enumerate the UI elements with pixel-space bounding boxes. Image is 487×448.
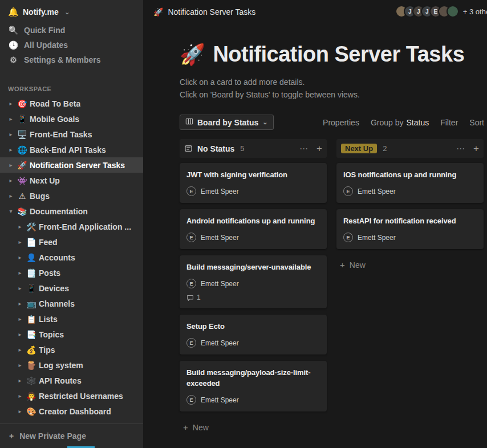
tools-icon: 🛠️ (25, 222, 38, 231)
sidebar-item-all-updates[interactable]: 🕓 All Updates (0, 38, 143, 52)
new-private-page-label: New Private Page (19, 431, 86, 441)
sidebar-page-documentation[interactable]: ▾ 📚 Documentation (0, 203, 143, 219)
workspace-name: Notify.me (23, 7, 59, 17)
sidebar-page-topics[interactable]: ▸ 📑 Topics (0, 327, 143, 342)
expand-caret-icon[interactable]: ▸ (15, 316, 25, 322)
column-title: No Status (197, 144, 234, 153)
new-card-button[interactable]: + New (180, 418, 327, 437)
column-add-card-button[interactable]: + (473, 143, 479, 154)
expand-caret-icon[interactable]: ▸ (6, 100, 16, 107)
column-header[interactable]: No Status 5 ⋯ + (180, 139, 327, 158)
new-private-page-button[interactable]: + New Private Page (0, 423, 143, 448)
toolbar-menu: Properties Group byStatus Filter Sort (323, 118, 484, 127)
column-more-button[interactable]: ⋯ (456, 144, 465, 154)
sidebar-page-accounts[interactable]: ▸ 👤 Accounts (0, 250, 143, 265)
sidebar-page-creator-dashboard[interactable]: ▸ 🎨 Creator Dashboard (0, 404, 143, 419)
board-card[interactable]: Android notifications up and running E E… (180, 209, 327, 249)
search-icon: 🔍 (8, 26, 19, 35)
sidebar-page-api-routes[interactable]: ▸ 🕸️ API Routes (0, 373, 143, 388)
plus-icon: + (183, 422, 188, 432)
page-label: Tips (39, 345, 55, 355)
moneybag-icon: 💰 (25, 345, 38, 355)
main-area: 🚀 Notification Server Tasks JJJE + 3 oth… (143, 0, 487, 448)
more-collaborators-label[interactable]: + 3 others (463, 7, 487, 16)
rocket-icon: 🚀 (16, 161, 29, 170)
column-more-button[interactable]: ⋯ (299, 144, 309, 154)
board-view-button[interactable]: Board by Status ⌄ (180, 115, 274, 130)
sidebar-item-settings-members[interactable]: ⚙ Settings & Members (0, 52, 143, 67)
page-label: Next Up (30, 176, 60, 185)
sidebar-page-bugs[interactable]: ▸ ⚠ Bugs (0, 188, 143, 203)
sidebar-page-next-up[interactable]: ▸ 👾 Next Up (0, 173, 143, 188)
page-label: API Routes (39, 376, 82, 385)
plus-icon: + (340, 260, 345, 270)
expand-caret-icon[interactable]: ▸ (15, 362, 25, 368)
board-card[interactable]: Setup Ecto E Emett Speer (180, 315, 327, 355)
board-card[interactable]: Build messaging/server-unavailable E Eme… (180, 255, 327, 308)
expand-caret-icon[interactable]: ▸ (6, 146, 16, 153)
new-card-button[interactable]: + New (336, 255, 484, 274)
expand-caret-icon[interactable]: ▸ (15, 223, 25, 230)
expand-caret-icon[interactable]: ▸ (6, 177, 16, 184)
sidebar-item-quick-find[interactable]: 🔍 Quick Find (0, 23, 143, 38)
sidebar-page-restricted-usernames[interactable]: ▸ 🧛 Restricted Usernames (0, 388, 143, 404)
expand-caret-icon[interactable]: ▸ (15, 377, 25, 384)
avatar[interactable] (447, 5, 459, 18)
expand-caret-icon[interactable]: ▸ (15, 270, 25, 276)
expand-caret-icon[interactable]: ▸ (15, 347, 25, 353)
expand-caret-icon[interactable]: ▸ (15, 331, 25, 337)
sidebar-page-road-to-beta[interactable]: ▸ 🎯 Road To Beta (0, 96, 143, 111)
sidebar-page-front-end-tasks[interactable]: ▸ 🖥️ Front-End Tasks (0, 127, 143, 142)
sidebar-pages: ▸ 🎯 Road To Beta ▸ 📱 Mobile Goals ▸ 🖥️ F… (0, 96, 143, 419)
mobile-icon: 📱 (16, 115, 29, 124)
expand-caret-icon[interactable]: ▸ (6, 131, 16, 137)
mobile-icon: 📱 (25, 284, 38, 293)
assignee-avatar: E (343, 233, 353, 242)
sidebar-page-feed[interactable]: ▸ 📄 Feed (0, 234, 143, 250)
sidebar-page-notification-server-tasks[interactable]: ▸ 🚀 Notification Server Tasks (0, 157, 143, 173)
sidebar-page-log-system[interactable]: ▸ 🪵 Log system (0, 357, 143, 373)
toolbar-menu-filter[interactable]: Filter (440, 118, 458, 127)
assignee-avatar: E (186, 233, 196, 242)
expand-caret-icon[interactable]: ▸ (15, 300, 25, 307)
expand-caret-icon[interactable]: ▸ (6, 162, 16, 168)
toolbar-menu-group-by[interactable]: Group byStatus (371, 118, 429, 127)
assignee-name: Emett Speer (358, 188, 396, 196)
column-add-card-button[interactable]: + (316, 143, 322, 154)
expand-caret-icon[interactable]: ▾ (6, 208, 16, 214)
expand-caret-icon[interactable]: ▸ (15, 254, 25, 260)
board-card[interactable]: RestAPI for notification received E Emet… (336, 209, 484, 249)
plus-icon: + (9, 431, 14, 441)
column-actions: ⋯ + (299, 143, 322, 154)
board-card[interactable]: JWT with signing verification E Emett Sp… (180, 163, 327, 203)
sidebar-page-devices[interactable]: ▸ 📱 Devices (0, 280, 143, 296)
page-label: Road To Beta (30, 99, 80, 108)
board-column-next-up: Next Up 2 ⋯ + iOS notifications up and r… (336, 139, 484, 437)
expand-caret-icon[interactable]: ▸ (15, 393, 25, 399)
sidebar-page-back-end-api-tasks[interactable]: ▸ 🌐 Back-End API Tasks (0, 142, 143, 157)
expand-caret-icon[interactable]: ▸ (6, 116, 16, 122)
sidebar-page-front-end-application[interactable]: ▸ 🛠️ Front-End Application ... (0, 219, 143, 234)
card-assignee: E Emett Speer (343, 233, 477, 242)
toolbar-menu-sort[interactable]: Sort (469, 118, 484, 127)
expand-caret-icon[interactable]: ▸ (6, 193, 16, 199)
board-card[interactable]: Build messaging/payload-size-limit-excee… (180, 361, 327, 412)
page-label: Front-End Tasks (30, 130, 92, 139)
new-card-label: New (350, 260, 366, 270)
expand-caret-icon[interactable]: ▸ (15, 408, 25, 414)
breadcrumb[interactable]: 🚀 Notification Server Tasks (153, 7, 255, 17)
expand-caret-icon[interactable]: ▸ (15, 239, 25, 245)
expand-caret-icon[interactable]: ▸ (15, 285, 25, 291)
sidebar-page-tips[interactable]: ▸ 💰 Tips (0, 342, 143, 357)
board-card[interactable]: iOS notifications up and running E Emett… (336, 163, 484, 203)
toolbar-menu-properties[interactable]: Properties (323, 118, 359, 127)
chevron-down-icon: ⌄ (262, 119, 267, 126)
workspace-switcher[interactable]: 🔔 Notify.me ⌄ (0, 0, 143, 23)
card-title: Build messaging/server-unavailable (186, 262, 320, 272)
sidebar-page-posts[interactable]: ▸ 🗒️ Posts (0, 265, 143, 280)
sidebar-page-lists[interactable]: ▸ 📋 Lists (0, 311, 143, 327)
sidebar-page-mobile-goals[interactable]: ▸ 📱 Mobile Goals (0, 111, 143, 127)
card-assignee: E Emett Speer (186, 233, 320, 242)
column-header[interactable]: Next Up 2 ⋯ + (336, 139, 484, 158)
sidebar-page-channels[interactable]: ▸ 📺 Channels (0, 296, 143, 311)
